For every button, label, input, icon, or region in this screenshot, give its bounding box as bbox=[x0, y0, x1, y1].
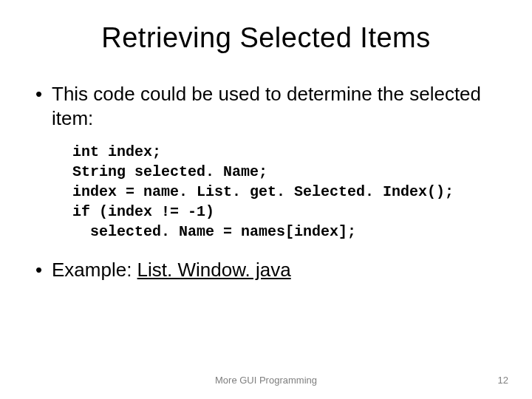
example-prefix: Example: bbox=[52, 259, 137, 281]
code-line-5: selected. Name = names[index]; bbox=[72, 222, 502, 242]
bullet-text-1: This code could be used to determine the… bbox=[52, 83, 481, 129]
bullet-list-2: Example: List. Window. java bbox=[30, 258, 502, 282]
page-number: 12 bbox=[498, 375, 508, 386]
footer: More GUI Programming bbox=[0, 375, 532, 386]
footer-text: More GUI Programming bbox=[215, 375, 317, 386]
bullet-list: This code could be used to determine the… bbox=[30, 82, 502, 130]
code-block: int index; String selected. Name; index … bbox=[72, 142, 502, 242]
slide-container: Retrieving Selected Items This code coul… bbox=[0, 0, 532, 399]
code-line-4: if (index != -1) bbox=[72, 202, 502, 222]
bullet-item-2: Example: List. Window. java bbox=[33, 258, 502, 282]
bullet-item-1: This code could be used to determine the… bbox=[33, 82, 502, 130]
example-link[interactable]: List. Window. java bbox=[137, 259, 291, 281]
code-line-3: index = name. List. get. Selected. Index… bbox=[72, 182, 502, 202]
code-line-2: String selected. Name; bbox=[72, 162, 502, 182]
slide-title: Retrieving Selected Items bbox=[30, 22, 502, 54]
code-line-1: int index; bbox=[72, 142, 502, 162]
